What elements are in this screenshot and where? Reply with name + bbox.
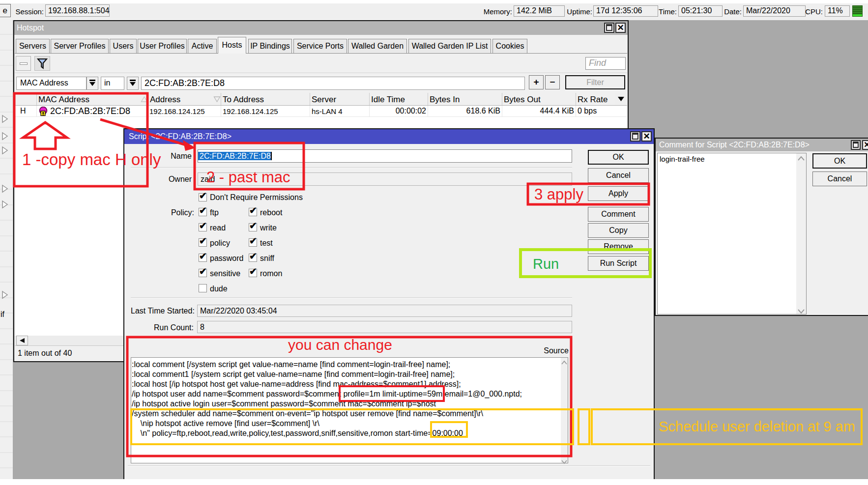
svg-text:3 apply: 3 apply (534, 186, 583, 203)
svg-text:1 -copy mac H only: 1 -copy mac H only (22, 150, 161, 169)
svg-text:2 - past mac: 2 - past mac (206, 169, 290, 186)
svg-text:Schedule user deletion at 9 am: Schedule user deletion at 9 am (659, 419, 855, 434)
svg-text:you can change: you can change (288, 337, 392, 353)
svg-text:Run: Run (533, 256, 559, 272)
